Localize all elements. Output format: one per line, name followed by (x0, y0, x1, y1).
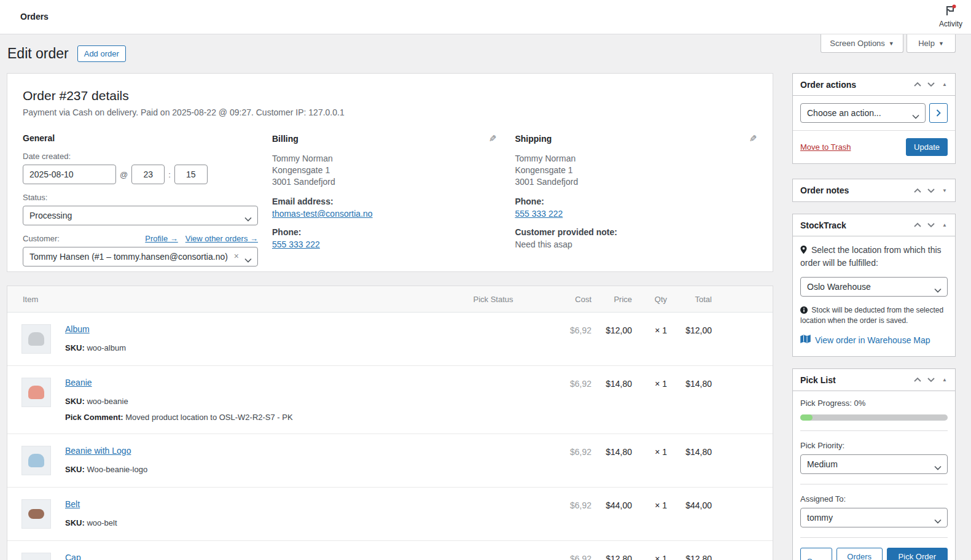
pick-priority-label: Pick Priority: (800, 441, 948, 450)
assigned-to-label: Assigned To: (800, 494, 948, 504)
table-row: Belt SKU: woo-belt $6,92 $44,00 × 1 $44,… (7, 488, 773, 541)
date-created-input[interactable] (23, 165, 116, 184)
item-name-link[interactable]: Belt (65, 499, 80, 509)
pick-list-title: Pick List (800, 375, 836, 385)
item-price: $44,00 (591, 499, 632, 510)
item-cost: $6,92 (536, 324, 591, 335)
billing-column: Billing ✎ Tommy Norman Kongensgate 1 300… (272, 133, 515, 275)
add-order-button[interactable]: Add order (77, 45, 126, 62)
shipping-address: Tommy Norman Kongensgate 1 3001 Sandefjo… (515, 153, 757, 188)
order-title: Order #237 details (23, 88, 773, 103)
profile-link[interactable]: Profile → (145, 234, 177, 243)
item-name-link[interactable]: Beanie (65, 378, 92, 387)
customer-value: Tommy Hansen (#1 – tommy.hansen@consorti… (29, 252, 228, 262)
minute-input[interactable] (174, 165, 208, 184)
orders-button[interactable]: Orders → (836, 548, 883, 560)
chevron-down-icon (934, 285, 942, 295)
column-item: Item (21, 295, 450, 304)
items-table-header: Item Pick Status Cost Price Qty Total (7, 286, 773, 313)
product-thumbnail (21, 553, 51, 560)
order-actions-title: Order actions (800, 80, 856, 90)
help-label: Help (918, 39, 935, 48)
page-title: Edit order (7, 45, 69, 62)
item-name-link[interactable]: Cap (65, 553, 81, 560)
item-price: $14,80 (591, 378, 632, 389)
move-up-icon[interactable] (911, 78, 924, 91)
move-down-icon[interactable] (924, 373, 938, 387)
map-icon (800, 335, 811, 345)
billing-phone-link[interactable]: 555 333 222 (272, 239, 320, 249)
item-name-link[interactable]: Album (65, 324, 90, 334)
general-column: General Date created: @ : Status: Proces… (23, 133, 272, 275)
order-action-select[interactable]: Choose an action... (800, 103, 926, 123)
assigned-to-select[interactable]: tommy (800, 508, 948, 527)
clear-selection-icon[interactable]: × (234, 251, 239, 261)
view-other-orders-link[interactable]: View other orders → (185, 234, 258, 243)
collapse-toggle-icon[interactable]: ▲ (938, 373, 951, 387)
pick-priority-value: Medium (807, 459, 838, 469)
admin-top-bar: Orders Activity (0, 0, 971, 34)
update-button[interactable]: Update (906, 138, 948, 156)
item-total: $14,80 (667, 378, 712, 389)
status-select[interactable]: Processing (23, 206, 258, 225)
item-cost: $6,92 (536, 553, 591, 560)
sku-value: woo-album (87, 343, 126, 352)
pick-order-button[interactable]: Pick Order → (887, 548, 948, 560)
sku-label: SKU: (65, 343, 85, 352)
help-tab[interactable]: Help ▼ (907, 34, 956, 53)
hour-input[interactable] (131, 165, 165, 184)
product-thumbnail (21, 324, 51, 354)
location-value: Oslo Warehouse (807, 282, 871, 292)
item-qty: × 1 (632, 446, 667, 457)
screen-options-tab[interactable]: Screen Options ▼ (821, 34, 903, 53)
collapse-toggle-icon[interactable]: ▲ (938, 78, 951, 91)
move-down-icon[interactable] (924, 184, 938, 197)
shipping-column: Shipping ✎ Tommy Norman Kongensgate 1 30… (515, 133, 757, 275)
activity-flag-icon (945, 9, 957, 18)
customer-select[interactable]: Tommy Hansen (#1 – tommy.hansen@consorti… (23, 247, 258, 266)
apply-action-button[interactable] (929, 103, 948, 123)
collapse-toggle-icon[interactable]: ▼ (938, 184, 951, 197)
stocktrack-title: StockTrack (800, 220, 846, 230)
order-action-value: Choose an action... (807, 108, 881, 118)
move-to-trash-link[interactable]: Move to Trash (800, 142, 851, 152)
shipping-heading: Shipping (515, 134, 552, 144)
pick-priority-select[interactable]: Medium (800, 454, 948, 474)
activity-button[interactable]: Activity (939, 4, 962, 28)
pick-list-panel: Pick List ▲ Pick Progress: 0% Pick Prior… (792, 368, 956, 560)
activity-label: Activity (939, 20, 962, 28)
item-price: $12,80 (591, 553, 632, 560)
item-name-link[interactable]: Beanie with Logo (65, 446, 131, 456)
status-value: Processing (29, 211, 72, 220)
product-thumbnail (21, 499, 51, 529)
table-row: Album SKU: woo-album $6,92 $12,00 × 1 $1… (7, 313, 773, 366)
warehouse-map-link[interactable]: View order in Warehouse Map (815, 335, 930, 345)
order-actions-panel: Order actions ▲ Choose an action... Move… (792, 73, 956, 164)
billing-phone-label: Phone: (272, 227, 496, 237)
location-select[interactable]: Oslo Warehouse (800, 277, 948, 297)
shipping-phone-link[interactable]: 555 333 222 (515, 209, 563, 219)
location-pin-icon (800, 245, 809, 255)
collapse-toggle-icon[interactable]: ▲ (938, 219, 951, 232)
location-instruction: Select the location from which this orde… (800, 245, 942, 268)
item-cost: $6,92 (536, 499, 591, 510)
column-qty: Qty (632, 295, 667, 304)
move-up-icon[interactable] (911, 184, 924, 197)
table-row: Beanie SKU: woo-beanie Pick Comment: Mov… (7, 366, 773, 434)
billing-email-link[interactable]: thomas-test@consortia.no (272, 209, 373, 219)
save-button[interactable]: Save (800, 548, 832, 560)
topbar-orders-menu[interactable]: Orders (20, 12, 49, 21)
move-down-icon[interactable] (924, 219, 938, 232)
edit-billing-pencil-icon[interactable]: ✎ (489, 133, 497, 144)
move-up-icon[interactable] (911, 373, 924, 387)
move-up-icon[interactable] (911, 219, 924, 232)
chevron-down-icon (934, 516, 942, 526)
item-total: $12,00 (667, 324, 712, 335)
move-down-icon[interactable] (924, 78, 938, 91)
order-notes-panel: Order notes ▼ (792, 179, 956, 202)
billing-address: Tommy Norman Kongensgate 1 3001 Sandefjo… (272, 153, 496, 188)
chevron-down-icon (244, 214, 252, 224)
edit-shipping-pencil-icon[interactable]: ✎ (749, 133, 757, 144)
item-qty: × 1 (632, 553, 667, 560)
at-separator: @ (120, 170, 128, 179)
